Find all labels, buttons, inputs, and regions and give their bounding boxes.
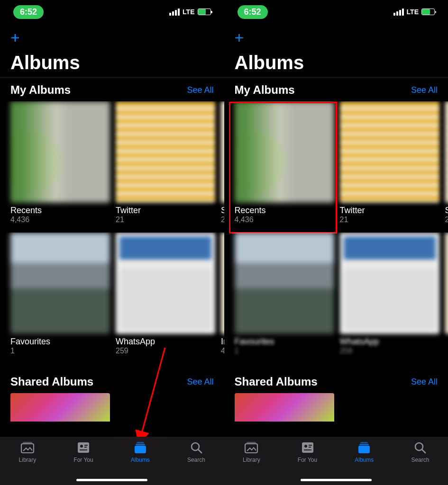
svg-rect-18 <box>309 447 311 448</box>
album-thumb <box>235 233 334 334</box>
my-albums-see-all[interactable]: See All <box>411 85 438 95</box>
tab-bar: Library For You Albums Search <box>224 437 448 485</box>
add-button[interactable]: + <box>235 29 448 45</box>
album-thumb <box>340 101 439 203</box>
album-twitter[interactable]: Twitter 21 <box>340 101 439 224</box>
svg-rect-2 <box>23 442 32 444</box>
album-count: 259 <box>116 347 215 355</box>
album-count: 4,436 <box>235 216 334 224</box>
svg-rect-21 <box>359 444 369 445</box>
page-title: Albums <box>0 45 224 78</box>
status-right: LTE <box>393 8 435 16</box>
shared-album-row <box>224 393 448 422</box>
svg-rect-1 <box>21 444 34 453</box>
album-row-1: Recents 4,436 Twitter 21 S 2 <box>0 101 224 224</box>
tab-label: For You <box>73 457 93 463</box>
tab-label: Albums <box>131 457 150 463</box>
svg-rect-13 <box>245 444 257 453</box>
tab-label: Search <box>187 457 205 463</box>
album-count: 1 <box>10 347 110 355</box>
album-peek[interactable]: S 2 <box>445 101 448 224</box>
album-label: Twitter <box>116 206 215 216</box>
tab-label: For You <box>298 457 317 463</box>
album-thumb <box>235 101 334 203</box>
tab-label: Search <box>411 457 429 463</box>
svg-rect-6 <box>84 447 87 448</box>
svg-rect-14 <box>247 442 256 444</box>
shared-album[interactable] <box>10 393 110 422</box>
album-thumb <box>340 233 439 334</box>
svg-line-12 <box>198 449 201 453</box>
album-label: S <box>445 206 448 216</box>
my-albums-title: My Albums <box>235 83 295 97</box>
tab-search[interactable]: Search <box>187 440 205 485</box>
home-indicator[interactable] <box>301 479 372 481</box>
album-count: 259 <box>340 347 439 355</box>
shared-albums-see-all[interactable]: See All <box>411 377 438 387</box>
album-whatsapp[interactable]: WhatsApp 259 <box>340 233 439 355</box>
status-time: 6:52 <box>238 5 268 19</box>
my-albums-see-all[interactable]: See All <box>187 85 213 95</box>
shared-albums-header: Shared Albums See All <box>0 369 224 393</box>
signal-icon <box>169 9 180 16</box>
albums-icon <box>357 440 372 455</box>
tab-albums[interactable]: Albums <box>355 440 374 485</box>
album-label: Recents <box>10 206 110 216</box>
shared-album[interactable] <box>235 393 334 422</box>
home-indicator[interactable] <box>76 479 147 481</box>
tab-library[interactable]: Library <box>19 440 37 485</box>
svg-rect-7 <box>80 449 87 450</box>
status-right: LTE <box>169 8 210 16</box>
status-time: 6:52 <box>13 5 44 19</box>
album-whatsapp[interactable]: WhatsApp 259 <box>116 233 215 355</box>
shared-albums-header: Shared Albums See All <box>224 369 448 393</box>
battery-icon <box>421 9 435 15</box>
search-icon <box>412 440 428 455</box>
search-icon <box>189 440 204 455</box>
svg-rect-8 <box>137 442 144 443</box>
album-thumb <box>445 101 448 203</box>
album-label: Favourites <box>235 337 334 347</box>
tab-search[interactable]: Search <box>411 440 429 485</box>
album-favourites[interactable]: Favourites 1 <box>235 233 334 355</box>
library-icon <box>20 440 35 455</box>
album-thumb <box>10 101 110 203</box>
album-recents[interactable]: Recents 4,436 <box>235 101 334 224</box>
add-button[interactable]: + <box>10 29 224 45</box>
for-you-icon <box>300 440 315 455</box>
tab-albums[interactable]: Albums <box>131 440 150 485</box>
album-recents[interactable]: Recents 4,436 <box>10 101 110 224</box>
album-thumb <box>10 233 110 334</box>
shared-album-row <box>0 393 224 422</box>
album-count: 1 <box>235 347 334 355</box>
album-thumb <box>116 233 215 334</box>
status-bar: 6:52 LTE <box>224 0 448 24</box>
tab-for-you[interactable]: For You <box>73 440 93 485</box>
svg-rect-20 <box>360 442 368 443</box>
tab-for-you[interactable]: For You <box>298 440 317 485</box>
tab-library[interactable]: Library <box>243 440 260 485</box>
album-count: 2 <box>445 216 448 224</box>
shared-albums-title: Shared Albums <box>235 375 318 388</box>
svg-rect-9 <box>136 444 145 445</box>
album-twitter[interactable]: Twitter 21 <box>116 101 215 224</box>
battery-icon <box>198 9 211 15</box>
shared-thumb <box>10 393 110 422</box>
album-label: WhatsApp <box>340 337 439 347</box>
albums-icon <box>133 440 148 455</box>
page-title: Albums <box>224 45 448 78</box>
tab-bar: Library For You Albums Search <box>0 437 224 485</box>
album-thumb <box>445 233 448 334</box>
shared-albums-see-all[interactable]: See All <box>187 377 213 387</box>
svg-rect-22 <box>358 446 370 453</box>
my-albums-title: My Albums <box>10 83 71 97</box>
svg-line-24 <box>422 449 425 453</box>
album-row-2: Favourites 1 WhatsApp 259 Ir 4 <box>0 233 224 355</box>
network-type: LTE <box>407 8 419 16</box>
album-row-1: Recents 4,436 Twitter 21 S 2 <box>224 101 448 224</box>
album-favourites[interactable]: Favourites 1 <box>10 233 110 355</box>
signal-icon <box>393 9 404 16</box>
library-icon <box>244 440 259 455</box>
my-albums-header: My Albums See All <box>224 78 448 101</box>
album-peek2[interactable] <box>445 233 448 355</box>
